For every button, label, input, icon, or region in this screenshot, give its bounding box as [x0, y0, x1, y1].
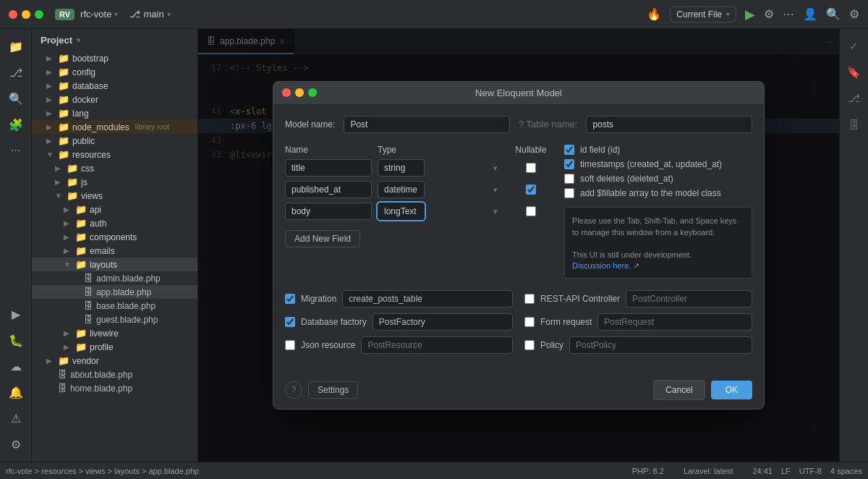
php-version: PHP: 8.2: [632, 467, 664, 475]
tree-item-lang[interactable]: ▶ 📁 lang: [32, 106, 197, 120]
blade-icon: 🗄: [58, 383, 67, 394]
migration-checkbox[interactable]: [285, 294, 295, 304]
tree-item-api[interactable]: ▶ 📁 api: [32, 203, 197, 216]
rest-api-label: REST-API Controller: [540, 294, 620, 304]
file-tree-header[interactable]: Project ▾: [32, 29, 197, 51]
policy-input[interactable]: [569, 336, 752, 354]
factory-input[interactable]: [373, 313, 513, 331]
settings-button[interactable]: Settings: [308, 381, 358, 399]
tree-item-css[interactable]: ▶ 📁 css: [32, 161, 197, 175]
encoding[interactable]: UTF-8: [799, 467, 822, 475]
field-type-select-published-at[interactable]: string integer datetime text longText: [378, 181, 425, 198]
tree-item-auth[interactable]: ▶ 📁 auth: [32, 216, 197, 230]
dialog-maximize-button[interactable]: [308, 88, 317, 97]
cancel-button[interactable]: Cancel: [653, 380, 705, 400]
sidebar-deploy-icon[interactable]: ☁: [4, 355, 27, 378]
policy-checkbox[interactable]: [524, 340, 535, 350]
run-button[interactable]: ▶: [745, 7, 755, 22]
field-type-select-title[interactable]: string integer datetime text longText: [378, 159, 425, 177]
tree-item-js[interactable]: ▶ 📁 js: [32, 175, 197, 189]
dialog-minimize-button[interactable]: [295, 88, 304, 97]
tree-item-docker[interactable]: ▶ 📁 docker: [32, 93, 197, 106]
more-icon[interactable]: ⋯: [783, 7, 794, 21]
ok-button[interactable]: OK: [711, 381, 752, 399]
sidebar-warning-icon[interactable]: ⚠: [4, 407, 27, 430]
soft-deletes-checkbox[interactable]: [564, 174, 574, 184]
tree-item-layouts[interactable]: ▼ 📁 layouts: [32, 258, 197, 271]
right-panel-git2-icon[interactable]: ⎇: [843, 87, 866, 110]
breadcrumb[interactable]: rfc-vote > resources > views > layouts >…: [6, 467, 199, 475]
model-name-input[interactable]: [344, 116, 510, 133]
tree-item-views[interactable]: ▼ 📁 views: [32, 189, 197, 203]
fillable-checkbox[interactable]: [564, 188, 574, 198]
sidebar-plugin-icon[interactable]: 🧩: [4, 113, 27, 136]
add-field-button[interactable]: Add New Field: [285, 230, 360, 247]
user-icon[interactable]: 👤: [803, 7, 817, 21]
factory-checkbox[interactable]: [285, 317, 295, 327]
sidebar-folder-icon[interactable]: 📁: [4, 35, 27, 58]
tree-item-components[interactable]: ▶ 📁 components: [32, 230, 197, 244]
tree-item-base-blade[interactable]: 🗄 base.blade.php: [32, 299, 197, 313]
migration-input[interactable]: [342, 290, 513, 308]
project-name[interactable]: rfc-vote ▾: [80, 9, 118, 20]
tree-item-app-blade[interactable]: 🗄 app.blade.php: [32, 285, 197, 299]
nullable-checkbox-published-at[interactable]: [526, 185, 536, 195]
tree-item-resources[interactable]: ▼ 📁 resources: [32, 148, 197, 161]
sidebar-notification-icon[interactable]: 🔔: [4, 381, 27, 404]
field-type-select-body[interactable]: string integer datetime text longText: [378, 203, 425, 220]
table-name-input[interactable]: [586, 116, 752, 133]
nullable-checkbox-title[interactable]: [526, 163, 536, 173]
close-button[interactable]: [9, 10, 17, 19]
nullable-checkbox-body[interactable]: [526, 206, 536, 216]
json-resource-checkbox[interactable]: [285, 340, 295, 350]
tree-item-bootstrap[interactable]: ▶ 📁 bootstrap: [32, 51, 197, 65]
line-ending[interactable]: LF: [781, 467, 791, 475]
help-button[interactable]: ?: [285, 381, 302, 399]
field-name-input-published-at[interactable]: [285, 181, 372, 198]
bottom-bar: rfc-vote > resources > views > layouts >…: [0, 462, 868, 479]
search-icon[interactable]: 🔍: [826, 7, 841, 21]
settings-icon[interactable]: ⚙: [764, 7, 774, 21]
right-panel-db-icon[interactable]: 🗄: [843, 113, 866, 136]
rest-api-input[interactable]: [626, 290, 752, 308]
tree-item-livewire[interactable]: ▶ 📁 livewire: [32, 326, 197, 340]
tree-item-about-blade[interactable]: 🗄 about.blade.php: [32, 368, 197, 381]
gear-icon[interactable]: ⚙: [849, 7, 859, 21]
sidebar-search-icon[interactable]: 🔍: [4, 87, 27, 110]
tree-label: about.blade.php: [70, 370, 132, 380]
tree-item-public[interactable]: ▶ 📁 public: [32, 134, 197, 148]
tree-item-home-blade[interactable]: 🗄 home.blade.php: [32, 381, 197, 395]
timestamps-checkbox[interactable]: [564, 159, 574, 169]
tree-item-guest-blade[interactable]: 🗄 guest.blade.php: [32, 313, 197, 326]
tree-item-database[interactable]: ▶ 📁 database: [32, 79, 197, 93]
minimize-button[interactable]: [22, 10, 30, 19]
tree-item-profile[interactable]: ▶ 📁 profile: [32, 340, 197, 354]
id-field-checkbox[interactable]: [564, 145, 574, 155]
sidebar-debug-icon[interactable]: 🐛: [4, 328, 27, 352]
dialog-close-button[interactable]: [282, 88, 291, 97]
tree-item-admin-blade[interactable]: 🗄 admin.blade.php: [32, 271, 197, 285]
sidebar-more-icon[interactable]: ···: [4, 139, 27, 162]
form-request-input[interactable]: [597, 313, 752, 331]
tree-item-vendor[interactable]: ▶ 📁 vendor: [32, 354, 197, 368]
tree-item-node-modules[interactable]: ▶ 📁 node_modules library root: [32, 120, 197, 134]
right-panel-checkmark-icon[interactable]: ✓: [843, 35, 866, 58]
form-request-checkbox[interactable]: [524, 317, 535, 327]
sidebar-run-icon[interactable]: ▶: [4, 302, 27, 326]
flame-icon[interactable]: 🔥: [647, 7, 661, 21]
rest-api-checkbox[interactable]: [524, 294, 535, 304]
hint-link[interactable]: Discussion here. ↗: [572, 261, 639, 270]
tree-item-emails[interactable]: ▶ 📁 emails: [32, 244, 197, 258]
sidebar-git-icon[interactable]: ⎇: [4, 61, 27, 84]
branch-selector[interactable]: ⎇ main ▾: [129, 9, 170, 20]
json-resource-input[interactable]: [361, 336, 513, 354]
tree-item-config[interactable]: ▶ 📁 config: [32, 65, 197, 79]
maximize-button[interactable]: [35, 10, 43, 19]
right-panel-bookmark-icon[interactable]: 🔖: [843, 61, 866, 84]
field-name-input-title[interactable]: [285, 159, 372, 177]
field-name-input-body[interactable]: [285, 203, 372, 220]
sidebar-settings-bottom-icon[interactable]: ⚙: [4, 433, 27, 456]
indent-settings[interactable]: 4 spaces: [830, 467, 862, 475]
run-dropdown[interactable]: Current File ▾: [670, 7, 736, 22]
arrow-icon: ▼: [64, 260, 72, 268]
